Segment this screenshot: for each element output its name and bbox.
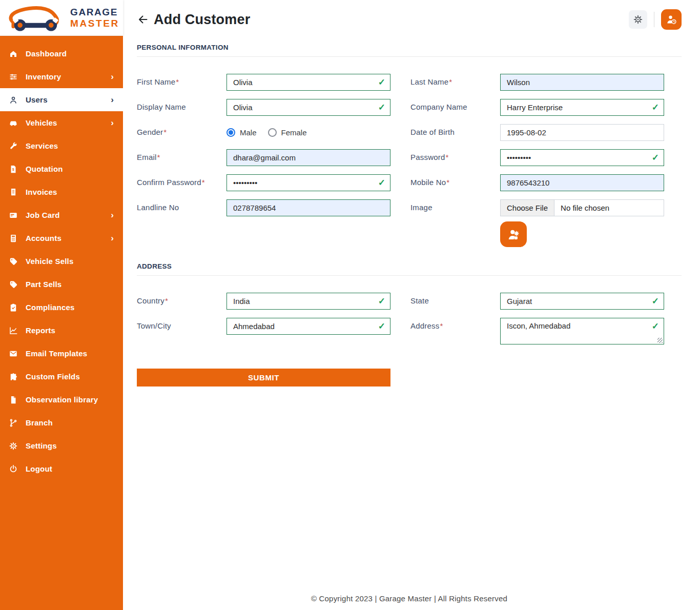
first-name-input[interactable] [227,74,390,90]
resize-handle[interactable] [657,338,663,343]
field-label: Date of Birth [410,124,500,141]
form-column-left: Country*✓Town/City✓ [137,293,390,353]
page-title: Add Customer [154,12,250,28]
field-label: Image [410,199,500,247]
file-status-text: No file chosen [554,204,615,212]
sidebar-item-logout[interactable]: Logout [0,457,123,480]
sidebar-item-label: Logout [26,464,52,473]
brand-name-bottom: MASTER [70,18,119,29]
address-textarea[interactable]: Iscon, Ahmedabad [501,318,664,344]
image-file-input[interactable]: Choose FileNo file chosen [500,199,664,216]
field-label: Display Name [137,99,227,116]
confirm-password-input[interactable] [227,175,390,191]
field-label: State [410,293,500,310]
upload-avatar-button[interactable] [500,221,527,247]
back-arrow-icon [137,13,149,26]
field-label: Company Name [410,99,500,116]
sidebar-item-vehicles[interactable]: Vehicles› [0,111,123,134]
valid-check-icon: ✓ [652,152,659,163]
sidebar-item-invoices[interactable]: Invoices [0,180,123,204]
section-divider [137,56,682,57]
email-input[interactable] [227,150,390,166]
landline-no-input[interactable] [227,200,390,216]
form-column-right: Last Name*Company Name✓Date of BirthPass… [410,74,664,255]
sidebar-item-label: Settings [26,441,57,450]
mobile-no-input[interactable] [501,175,664,191]
last-name-input[interactable] [501,74,664,90]
sidebar-item-settings[interactable]: Settings [0,434,123,457]
choose-file-button[interactable]: Choose File [501,200,554,216]
form-column-right: State✓Address*Iscon, Ahmedabad✓ [410,293,664,353]
personal-info-form: First Name*✓Display Name✓Gender*MaleFema… [137,74,682,255]
sidebar-item-inventory[interactable]: Inventory› [0,65,123,88]
company-name-input[interactable] [501,99,664,115]
field-label: Confirm Password* [137,174,227,191]
clipboard-icon [9,303,18,312]
receipt-icon [9,188,18,197]
field-town-city: Town/City✓ [137,318,390,335]
mobile-no-field-box [500,174,664,191]
last-name-field-box [500,74,664,91]
submit-button[interactable]: SUBMIT [137,369,390,387]
field-label: Last Name* [410,74,500,91]
sidebar-item-custom-fields[interactable]: Custom Fields [0,365,123,388]
envelope-icon [9,349,18,358]
password-input[interactable] [501,150,664,166]
chevron-right-icon: › [111,211,114,219]
brand-logo: GARAGE MASTER [0,0,123,36]
address-field-box: Iscon, Ahmedabad✓ [500,318,664,344]
sidebar-item-label: Quotation [26,165,63,173]
field-mobile-no: Mobile No* [410,174,664,191]
back-button[interactable] [137,13,149,26]
gear-icon [9,441,18,451]
valid-check-icon: ✓ [378,296,385,307]
file-icon [9,395,18,404]
sidebar-item-accounts[interactable]: Accounts› [0,227,123,250]
country-input[interactable] [227,293,390,309]
page-header: Add Customer [137,9,682,30]
sidebar-item-branch[interactable]: Branch [0,411,123,434]
sidebar-item-job-card[interactable]: Job Card› [0,204,123,227]
chevron-right-icon: › [111,234,114,242]
date-of-birth-input[interactable] [501,125,664,140]
card-icon [9,211,18,220]
sidebar-item-label: Dashboard [26,49,67,58]
power-icon [9,464,18,474]
sidebar-item-quotation[interactable]: $Quotation [0,157,123,180]
personal-info-heading: PERSONAL INFORMATION [137,44,682,51]
customer-history-button[interactable] [661,9,682,30]
field-gender: Gender*MaleFemale [137,124,390,141]
sidebar-item-compliances[interactable]: Compliances [0,296,123,319]
sidebar-item-label: Reports [26,326,55,335]
display-name-field-box: ✓ [227,99,390,116]
main-content: Add Customer [123,0,700,610]
sidebar-item-email-templates[interactable]: Email Templates [0,342,123,365]
state-input[interactable] [501,293,664,309]
gender-male-radio[interactable] [227,128,235,137]
sidebar-item-part-sells[interactable]: Part Sells [0,273,123,296]
sidebar-item-dashboard[interactable]: Dashboard [0,42,123,65]
sidebar-item-services[interactable]: Services [0,134,123,157]
sidebar-item-label: Vehicles [26,118,57,127]
field-label: Password* [410,149,500,166]
sidebar-item-label: Custom Fields [26,372,80,381]
settings-button[interactable] [629,10,647,29]
display-name-input[interactable] [227,99,390,115]
town-city-input[interactable] [227,318,390,334]
sidebar-item-observation-library[interactable]: Observation library [0,388,123,411]
user-icon [9,95,18,105]
valid-check-icon: ✓ [652,296,659,307]
sidebar-item-reports[interactable]: Reports [0,319,123,342]
sidebar-item-label: Vehicle Sells [26,257,74,266]
password-field-box: ✓ [500,149,664,166]
field-country: Country*✓ [137,293,390,310]
sidebar-item-users[interactable]: Users› [0,88,123,111]
valid-check-icon: ✓ [378,102,385,113]
field-address: Address*Iscon, Ahmedabad✓ [410,318,664,344]
gender-female-radio[interactable] [268,128,277,137]
person-gear-icon [506,227,521,241]
confirm-password-field-box: ✓ [227,174,390,191]
sidebar-item-vehicle-sells[interactable]: Vehicle Sells [0,250,123,273]
tag-icon [9,280,18,289]
address-heading: ADDRESS [137,262,682,270]
